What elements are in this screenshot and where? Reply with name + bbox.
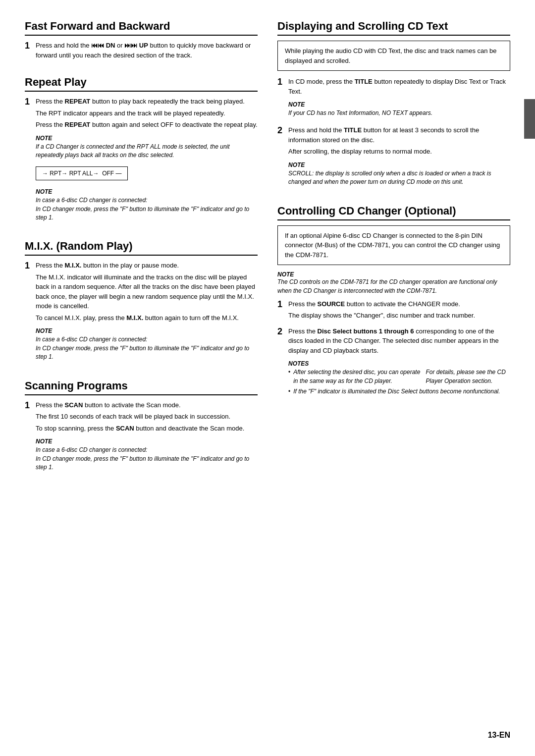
note-block-display-2: NOTE SCROLL: the display is scrolled onl… <box>288 161 510 187</box>
step-number: 2 <box>277 326 285 400</box>
note-block-changer-2: NOTES After selecting the desired disc, … <box>288 359 510 396</box>
note-label-2: NOTE <box>36 187 258 196</box>
intro-box-text: While playing the audio CD with CD Text,… <box>285 47 497 64</box>
note-text: If your CD has no Text Information, NO T… <box>288 109 510 117</box>
step-content: Press and hold the ⏮⏮ DN or ⏭⏭ UP button… <box>36 41 258 62</box>
note-item-1: After selecting the desired disc, you ca… <box>288 368 510 385</box>
step-content: Press the Disc Select buttons 1 through … <box>288 326 510 400</box>
note-label: NOTES <box>288 359 510 368</box>
note-block-repeat-2: NOTE In case a 6-disc CD changer is conn… <box>36 187 258 222</box>
step-fast-forward-1: 1 Press and hold the ⏮⏮ DN or ⏭⏭ UP butt… <box>25 41 258 62</box>
step-text-2: The M.I.X. indicator will illuminate and… <box>36 272 258 311</box>
step-changer-1: 1 Press the SOURCE button to activate th… <box>277 299 510 323</box>
note-text: SCROLL: the display is scrolled only whe… <box>288 169 510 187</box>
left-column: Fast Forward and Backward 1 Press and ho… <box>25 20 258 480</box>
note-label: NOTE <box>36 437 258 446</box>
step-content: Press the REPEAT button to play back rep… <box>36 97 258 226</box>
step-content: Press the SCAN button to activate the Sc… <box>36 400 258 476</box>
note-label: NOTE <box>36 134 258 143</box>
note-label: NOTE <box>277 271 510 278</box>
page-number-text: 13 <box>488 731 497 739</box>
step-text: Press the REPEAT button to play back rep… <box>36 97 258 107</box>
step-text-3: Press the REPEAT button again and select… <box>36 120 258 130</box>
step-text: Press and hold the TITLE button for at l… <box>288 125 510 145</box>
step-display-1: 1 In CD mode, press the TITLE button rep… <box>277 77 510 121</box>
step-number: 1 <box>25 261 33 365</box>
step-content: Press the M.I.X. button in the play or p… <box>36 261 258 365</box>
note-text: In case a 6-disc CD changer is connected… <box>36 446 258 472</box>
step-number: 1 <box>25 41 33 62</box>
step-text-2: The display shows the "Changer", disc nu… <box>288 311 510 321</box>
step-text: In CD mode, press the TITLE button repea… <box>288 77 510 96</box>
step-number: 1 <box>277 77 285 121</box>
section-title-cd-changer: Controlling CD Changer (Optional) <box>277 205 510 220</box>
step-text: Press and hold the ⏮⏮ DN or ⏭⏭ UP button… <box>36 41 258 60</box>
note-text-2: In case a 6-disc CD changer is connected… <box>36 196 258 222</box>
step-changer-2: 2 Press the Disc Select buttons 1 throug… <box>277 326 510 400</box>
step-text: Press the SCAN button to activate the Sc… <box>36 400 258 410</box>
step-text: Press the M.I.X. button in the play or p… <box>36 261 258 270</box>
rpt-diagram: → RPT→ RPT ALL→ OFF ― <box>36 166 128 180</box>
step-mix-1: 1 Press the M.I.X. button in the play or… <box>25 261 258 365</box>
note-label: NOTE <box>36 326 258 335</box>
intro-box-text: If an optional Alpine 6-disc CD Changer … <box>285 232 500 259</box>
step-content: Press and hold the TITLE button for at l… <box>288 125 510 190</box>
note-item-2: If the "F" indicator is illuminated the … <box>288 387 510 396</box>
step-text-2: The RPT indicator appears and the track … <box>36 108 258 118</box>
notes-list: After selecting the desired disc, you ca… <box>288 368 510 396</box>
note-text: If a CD Changer is connected and the RPT… <box>36 143 258 160</box>
step-content: In CD mode, press the TITLE button repea… <box>288 77 510 121</box>
step-scan-1: 1 Press the SCAN button to activate the … <box>25 400 258 476</box>
step-text-2: After scrolling, the display returns to … <box>288 147 510 157</box>
note-text: The CD controls on the CDM-7871 for the … <box>277 278 510 295</box>
step-number: 1 <box>25 97 33 226</box>
step-repeat-1: 1 Press the REPEAT button to play back r… <box>25 97 258 226</box>
note-label: NOTE <box>288 100 510 109</box>
step-text: Press the Disc Select buttons 1 through … <box>288 326 510 356</box>
note-block-repeat: NOTE If a CD Changer is connected and th… <box>36 134 258 160</box>
note-block-changer-intro: NOTE The CD controls on the CDM-7871 for… <box>277 271 510 295</box>
step-number: 1 <box>277 299 285 323</box>
intro-box-changer: If an optional Alpine 6-disc CD Changer … <box>277 225 510 266</box>
step-number: 1 <box>25 400 33 476</box>
step-display-2: 2 Press and hold the TITLE button for at… <box>277 125 510 190</box>
section-title-mix: M.I.X. (Random Play) <box>25 240 258 256</box>
step-content: Press the SOURCE button to activate the … <box>288 299 510 323</box>
page-suffix: -EN <box>496 731 510 739</box>
note-block-scan: NOTE In case a 6-disc CD changer is conn… <box>36 437 258 472</box>
right-column: Displaying and Scrolling CD Text While p… <box>277 20 510 480</box>
note-block-mix: NOTE In case a 6-disc CD changer is conn… <box>36 326 258 361</box>
tab-marker <box>524 99 535 139</box>
section-title-scanning: Scanning Programs <box>25 379 258 395</box>
step-text: Press the SOURCE button to activate the … <box>288 299 510 309</box>
note-label: NOTE <box>288 161 510 169</box>
section-title-fast-forward: Fast Forward and Backward <box>25 20 258 36</box>
step-text-3: To cancel M.I.X. play, press the M.I.X. … <box>36 313 258 323</box>
note-block-display-1: NOTE If your CD has no Text Information,… <box>288 100 510 117</box>
page-number: 13-EN <box>488 726 510 741</box>
section-title-repeat-play: Repeat Play <box>25 76 258 92</box>
note-text: In case a 6-disc CD changer is connected… <box>36 335 258 361</box>
intro-box-displaying: While playing the audio CD with CD Text,… <box>277 41 510 71</box>
step-number: 2 <box>277 125 285 190</box>
section-title-displaying: Displaying and Scrolling CD Text <box>277 20 510 36</box>
step-text-2: The first 10 seconds of each track will … <box>36 412 258 422</box>
main-content: Fast Forward and Backward 1 Press and ho… <box>25 20 510 480</box>
step-text-3: To stop scanning, press the SCAN button … <box>36 424 258 433</box>
